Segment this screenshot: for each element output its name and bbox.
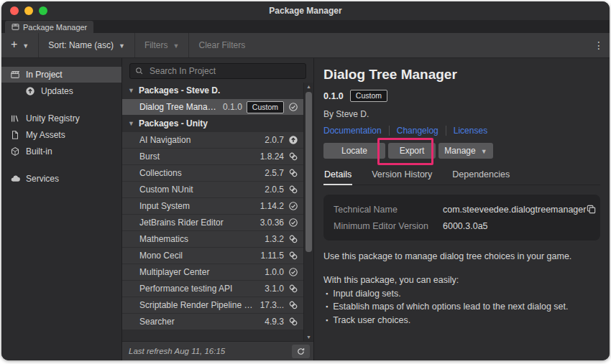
sidebar-item-my-assets[interactable]: My Assets: [1, 127, 121, 143]
package-version: 1.0.0: [265, 267, 284, 277]
installed-check-icon: [288, 102, 298, 112]
link-documentation[interactable]: Documentation: [323, 126, 390, 136]
collapse-triangle-icon: ▼: [128, 87, 134, 94]
scroll-down-icon[interactable]: ▼: [304, 335, 313, 340]
package-version: 2.5.7: [265, 168, 284, 178]
package-row[interactable]: Performance testing API3.1.0: [122, 281, 303, 297]
package-version: 2.0.5: [265, 185, 284, 195]
description-lead: With this package, you can easily:: [323, 274, 600, 286]
package-author: By Steve D.: [323, 109, 600, 119]
zoom-window-button[interactable]: [39, 6, 47, 15]
sidebar-item-label: Services: [26, 174, 59, 184]
package-row[interactable]: Multiplayer Center1.0.0: [122, 264, 303, 280]
filters-button[interactable]: Filters ▼: [135, 33, 190, 57]
search-input[interactable]: [148, 65, 300, 77]
link-licenses[interactable]: Licenses: [454, 126, 495, 136]
installed-check-icon: [288, 218, 298, 228]
scrollbar-thumb[interactable]: [306, 92, 312, 252]
custom-tag-badge: Custom: [247, 101, 284, 113]
package-version: 3.0.36: [260, 218, 284, 228]
package-name: Performance testing API: [139, 284, 259, 294]
chevron-down-icon: ▼: [119, 42, 125, 50]
collapse-triangle-icon: ▼: [128, 120, 134, 127]
refresh-button[interactable]: [292, 345, 310, 358]
custom-tag-badge: Custom: [350, 90, 387, 102]
list-scrollbar[interactable]: ▲ ▼: [303, 83, 313, 341]
minimize-window-button[interactable]: [24, 6, 33, 15]
locate-label: Locate: [341, 146, 367, 156]
package-row[interactable]: Burst1.8.24: [122, 149, 303, 164]
sidebar-item-label: Built-in: [26, 146, 52, 157]
sort-button[interactable]: Sort: Name (asc) ▼: [39, 33, 135, 57]
main-content: In ProjectUpdatesUnity RegistryMy Assets…: [1, 58, 610, 360]
description-bullet: ▪Input dialog sets.: [323, 287, 600, 300]
search-icon: [135, 67, 144, 75]
dependency-link-icon: [288, 234, 298, 244]
link-changelog[interactable]: Changelog: [397, 126, 446, 136]
package-row[interactable]: Mono Cecil1.11.5: [122, 248, 303, 263]
export-button[interactable]: Export: [388, 143, 436, 159]
search-box: [129, 63, 306, 79]
package-row[interactable]: Scriptable Render Pipeline Core17.3...: [122, 297, 303, 313]
package-version: 17.3...: [260, 300, 284, 310]
package-list: ▼Packages - Steve D.Dialog Tree Manager0…: [122, 83, 313, 341]
sidebar-item-unity-registry[interactable]: Unity Registry: [1, 111, 121, 126]
package-name: Burst: [139, 151, 254, 162]
package-row[interactable]: Searcher4.9.3: [122, 314, 303, 330]
package-row[interactable]: JetBrains Rider Editor3.0.36: [122, 215, 303, 230]
manage-button[interactable]: Manage ▼: [438, 143, 493, 159]
package-manager-window: Package Manager Package Manager + ▼ Sort…: [1, 1, 610, 360]
chevron-down-icon: ▼: [22, 42, 29, 50]
package-row[interactable]: Dialog Tree Manager0.1.0Custom: [122, 99, 303, 115]
sidebar-item-label: In Project: [26, 70, 63, 80]
sidebar-item-services[interactable]: Services: [1, 171, 121, 187]
sidebar-item-built-in[interactable]: Built-in: [1, 144, 121, 159]
installed-check-icon: [288, 201, 298, 211]
copy-button[interactable]: [586, 204, 597, 215]
info-value: 6000.3.0a5: [443, 221, 488, 231]
package-links: DocumentationChangelogLicenses: [323, 126, 600, 136]
tab-dependencies[interactable]: Dependencies: [451, 168, 510, 185]
dependency-link-icon: [288, 284, 298, 294]
dependency-link-icon: [288, 251, 298, 261]
last-refresh-label: Last refresh Aug 11, 16:15: [129, 347, 225, 355]
package-row[interactable]: AI Navigation2.0.7: [122, 132, 303, 148]
tab-package-manager[interactable]: Package Manager: [5, 21, 93, 33]
package-name: Dialog Tree Manager: [139, 102, 217, 112]
package-name: Mono Cecil: [139, 251, 255, 261]
add-package-button[interactable]: + ▼: [1, 33, 39, 57]
sidebar-item-in-project[interactable]: In Project: [1, 67, 121, 83]
package-version: 0.1.0: [223, 102, 242, 112]
package-group-header[interactable]: ▼Packages - Steve D.: [122, 83, 303, 98]
sidebar-item-label: Updates: [41, 86, 73, 96]
scroll-up-icon[interactable]: ▲: [304, 84, 313, 89]
overflow-menu-button[interactable]: ⋮: [588, 39, 610, 51]
group-label: Packages - Unity: [139, 118, 208, 129]
description-bullets: ▪Input dialog sets.▪Establish maps of wh…: [323, 287, 600, 326]
description-bullet: ▪Establish maps of which options lead to…: [323, 300, 600, 313]
package-version: 3.1.0: [265, 284, 284, 294]
package-group-header[interactable]: ▼Packages - Unity: [122, 116, 303, 131]
refresh-icon: [296, 347, 306, 356]
package-name: Custom NUnit: [139, 185, 259, 195]
package-row[interactable]: Collections2.5.7: [122, 165, 303, 181]
package-row[interactable]: Mathematics1.3.2: [122, 231, 303, 247]
chevron-down-icon: ▼: [173, 42, 180, 50]
close-window-button[interactable]: [10, 6, 19, 15]
package-manager-tab-icon: [12, 23, 19, 31]
package-name: Mathematics: [139, 234, 259, 244]
package-version: 1.3.2: [265, 234, 284, 244]
sidebar-item-updates[interactable]: Updates: [1, 83, 121, 99]
tab-details[interactable]: Details: [323, 168, 352, 185]
package-row[interactable]: Input System1.14.2: [122, 198, 303, 214]
package-row[interactable]: Custom NUnit2.0.5: [122, 182, 303, 197]
description-intro: Use this package to manage dialog tree c…: [323, 250, 600, 263]
package-version: 2.0.7: [265, 135, 284, 145]
locate-button[interactable]: Locate: [323, 143, 385, 159]
tab-version-history[interactable]: Version History: [371, 168, 433, 185]
clear-filters-button[interactable]: Clear Filters: [189, 33, 254, 57]
installed-check-icon: [288, 267, 298, 277]
sidebar-item-label: Unity Registry: [26, 113, 80, 123]
info-row: Minimum Editor Version6000.3.0a5: [334, 221, 590, 231]
package-name: Multiplayer Center: [139, 267, 259, 277]
